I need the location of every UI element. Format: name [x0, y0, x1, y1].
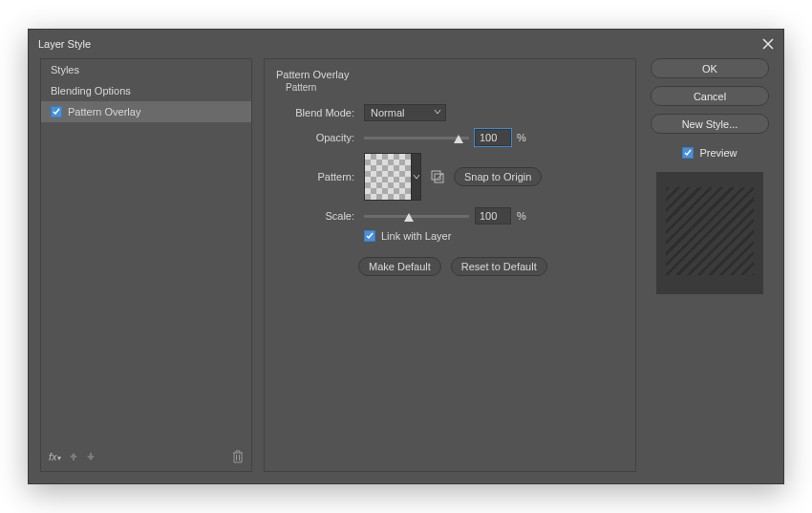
new-style-button[interactable]: New Style... — [651, 114, 769, 134]
chevron-down-icon — [414, 174, 419, 180]
opacity-input[interactable] — [475, 129, 511, 146]
close-button[interactable] — [762, 38, 774, 50]
trash-icon[interactable] — [232, 450, 244, 463]
scale-label: Scale: — [280, 210, 354, 222]
blend-mode-label: Blend Mode: — [280, 107, 354, 118]
pattern-row: Pattern: Snap to Origin — [280, 150, 620, 203]
svg-rect-0 — [432, 171, 440, 180]
reset-to-default-button[interactable]: Reset to Default — [451, 257, 547, 276]
sidebar-item-styles[interactable]: Styles — [41, 59, 251, 80]
ok-button[interactable]: OK — [651, 58, 769, 78]
preview-inner — [666, 187, 754, 275]
sidebar-item-label: Styles — [51, 64, 79, 75]
preview-thumbnail — [656, 172, 763, 294]
snap-to-origin-button[interactable]: Snap to Origin — [454, 167, 542, 186]
sidebar-item-pattern-overlay[interactable]: Pattern Overlay — [41, 101, 251, 122]
group-subtitle: Pattern — [286, 82, 620, 93]
sidebar-footer: fx▾ — [41, 442, 251, 471]
link-with-layer-checkbox[interactable] — [364, 230, 375, 242]
link-with-layer-row: Link with Layer — [364, 230, 620, 242]
link-with-layer-label: Link with Layer — [381, 230, 451, 242]
styles-sidebar: Styles Blending Options Pattern Overlay … — [40, 58, 252, 472]
blend-mode-select[interactable]: Normal — [364, 104, 446, 121]
scale-input[interactable] — [475, 207, 511, 224]
arrow-down-icon[interactable] — [86, 452, 96, 461]
new-preset-icon[interactable] — [431, 170, 444, 183]
sidebar-item-label: Blending Options — [51, 85, 131, 96]
make-default-button[interactable]: Make Default — [358, 257, 441, 276]
pattern-label: Pattern: — [280, 171, 354, 182]
scale-slider[interactable] — [364, 207, 469, 224]
check-icon — [684, 149, 692, 157]
check-icon — [53, 108, 60, 116]
percent-label: % — [517, 132, 526, 143]
opacity-label: Opacity: — [280, 132, 354, 143]
check-icon — [366, 232, 374, 240]
opacity-slider[interactable] — [364, 129, 469, 146]
group-title: Pattern Overlay — [276, 69, 620, 80]
percent-label: % — [517, 210, 526, 222]
preview-checkbox[interactable] — [682, 147, 694, 159]
pattern-picker-dropdown[interactable] — [412, 153, 421, 201]
chevron-down-icon — [434, 108, 441, 116]
pattern-swatch[interactable] — [364, 153, 412, 201]
blend-mode-value: Normal — [371, 107, 404, 118]
pattern-overlay-panel: Pattern Overlay Pattern Blend Mode: Norm… — [264, 58, 636, 472]
preview-checkbox-row: Preview — [682, 147, 737, 159]
blend-mode-row: Blend Mode: Normal — [280, 100, 620, 125]
svg-rect-1 — [435, 174, 443, 182]
scale-row: Scale: % — [280, 203, 620, 228]
sidebar-item-blending-options[interactable]: Blending Options — [41, 80, 251, 101]
fx-icon[interactable]: fx▾ — [49, 451, 61, 462]
arrow-up-icon[interactable] — [69, 452, 78, 461]
sidebar-item-label: Pattern Overlay — [68, 106, 140, 118]
default-buttons-row: Make Default Reset to Default — [358, 257, 620, 276]
titlebar: Layer Style — [29, 30, 783, 58]
preview-label: Preview — [699, 147, 737, 159]
opacity-row: Opacity: % — [280, 125, 620, 150]
slider-thumb[interactable] — [404, 213, 414, 222]
slider-track — [364, 215, 469, 218]
right-column: OK Cancel New Style... Preview — [648, 58, 772, 472]
slider-thumb[interactable] — [454, 135, 463, 143]
close-icon — [762, 38, 774, 50]
window-title: Layer Style — [38, 38, 762, 50]
pattern-overlay-checkbox[interactable] — [51, 106, 62, 118]
layer-style-dialog: Layer Style Styles Blending Options Patt… — [28, 29, 784, 484]
sidebar-list: Styles Blending Options Pattern Overlay — [41, 59, 251, 442]
cancel-button[interactable]: Cancel — [651, 86, 769, 106]
dialog-body: Styles Blending Options Pattern Overlay … — [29, 58, 783, 483]
